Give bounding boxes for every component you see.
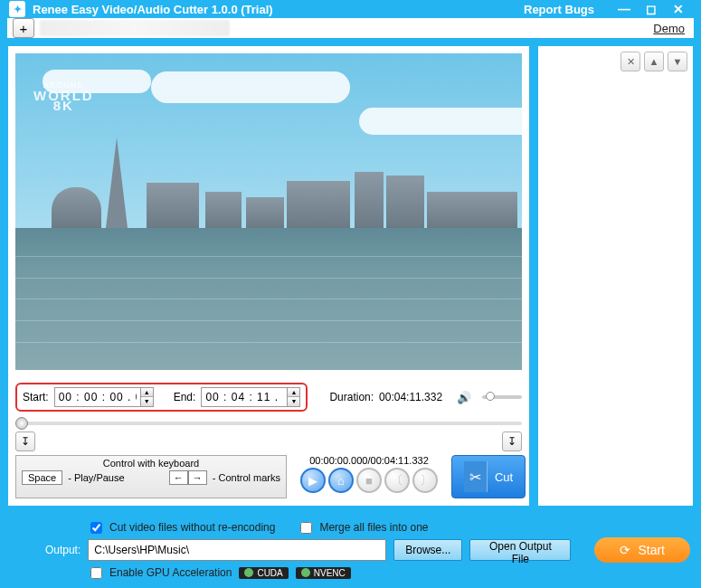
footer: Cut video files without re-encoding Merg… (0, 514, 701, 588)
file-path-blurred (40, 20, 230, 36)
reencode-checkbox[interactable] (90, 522, 102, 534)
output-label: Output: (11, 544, 81, 556)
cuda-badge: CUDA (239, 567, 288, 579)
left-key: ← (169, 470, 188, 485)
time-row: Start: ▲▼ End: ▲▼ Duration: 00:04:11.332… (15, 383, 522, 412)
duration-value: 00:04:11.332 (379, 391, 442, 403)
space-key: Space (22, 470, 62, 485)
play-button[interactable]: ▶ (300, 468, 326, 493)
main-body: AROUND WORLD 8K Start: ▲▼ End: ▲▼ (0, 38, 701, 514)
gpu-checkbox[interactable] (90, 567, 102, 579)
maximize-button[interactable]: ◻ (638, 2, 665, 16)
start-end-highlight: Start: ▲▼ End: ▲▼ (15, 383, 308, 412)
report-bugs-link[interactable]: Report Bugs (524, 3, 594, 16)
volume-icon[interactable]: 🔊 (457, 391, 471, 404)
playback-position: 00:00:00.000/00:04:11.332 (309, 455, 429, 466)
segment-up-button[interactable]: ▲ (644, 52, 664, 71)
stop-button[interactable]: ■ (356, 468, 382, 493)
refresh-icon: ⟳ (620, 543, 630, 557)
open-output-button[interactable]: Open Output File (469, 539, 571, 561)
reencode-label: Cut video files without re-encoding (109, 521, 275, 534)
titlebar: ✦ Renee Easy Video/Audio Cutter 1.0.0 (T… (0, 0, 701, 18)
start-time-input[interactable] (55, 391, 140, 403)
close-button[interactable]: ✕ (665, 2, 692, 16)
app-window: ✦ Renee Easy Video/Audio Cutter 1.0.0 (T… (0, 0, 701, 588)
end-time-input[interactable] (202, 391, 287, 403)
start-label: Start (638, 543, 665, 557)
volume-slider[interactable] (482, 395, 522, 399)
demo-link[interactable]: Demo (653, 22, 685, 35)
video-preview[interactable]: AROUND WORLD 8K (15, 53, 522, 370)
end-time-spinner[interactable]: ▲▼ (201, 387, 300, 407)
mark-out-button[interactable]: ↧ (502, 432, 522, 451)
browse-button[interactable]: Browse... (393, 539, 462, 561)
seek-bar[interactable] (15, 417, 522, 430)
merge-label: Merge all files into one (319, 521, 428, 534)
start-label: Start: (23, 391, 49, 403)
minimize-button[interactable]: ― (611, 2, 638, 16)
segment-down-button[interactable]: ▼ (668, 52, 687, 71)
gpu-label: Enable GPU Acceleration (109, 566, 232, 579)
duration-label: Duration: (329, 391, 374, 403)
end-up-button[interactable]: ▲ (288, 388, 299, 397)
start-time-spinner[interactable]: ▲▼ (54, 387, 154, 407)
start-button[interactable]: ⟳ Start (594, 537, 690, 563)
arrows-desc: - Control marks (213, 472, 280, 483)
toolbar: + Demo (7, 18, 694, 38)
end-down-button[interactable]: ▼ (288, 397, 299, 406)
start-down-button[interactable]: ▼ (141, 397, 153, 406)
playback-panel: 00:00:00.000/00:04:11.332 ▶ ⌂ ■ 〔 〕 (292, 455, 446, 498)
add-file-button[interactable]: + (13, 18, 34, 38)
home-button[interactable]: ⌂ (328, 468, 354, 493)
keyboard-panel: Control with keyboard Space - Play/Pause… (15, 455, 287, 498)
window-title: Renee Easy Video/Audio Cutter 1.0.0 (Tri… (33, 3, 273, 16)
output-path-input[interactable] (88, 539, 386, 561)
mark-in-button[interactable]: ↧ (15, 432, 35, 451)
control-row: Control with keyboard Space - Play/Pause… (15, 455, 522, 498)
nvenc-badge: NVENC (296, 567, 351, 579)
cut-button[interactable]: ✂ Cut (451, 455, 526, 498)
video-watermark: AROUND WORLD 8K (33, 81, 94, 110)
seek-thumb[interactable] (15, 417, 28, 430)
start-up-button[interactable]: ▲ (141, 388, 153, 397)
merge-checkbox[interactable] (300, 522, 312, 534)
app-logo-icon: ✦ (9, 1, 25, 17)
end-label: End: (174, 391, 196, 403)
keyboard-title: Control with keyboard (103, 458, 199, 469)
space-desc: - Play/Pause (68, 472, 124, 483)
cut-label: Cut (495, 470, 513, 484)
scissors-icon: ✂ (464, 461, 488, 492)
mark-in-round-button[interactable]: 〔 (384, 468, 410, 493)
segment-remove-button[interactable]: ✕ (620, 52, 640, 71)
mark-out-round-button[interactable]: 〕 (412, 468, 438, 493)
right-pane: ✕ ▲ ▼ (537, 45, 694, 507)
right-key: → (188, 470, 207, 485)
left-pane: AROUND WORLD 8K Start: ▲▼ End: ▲▼ (7, 45, 530, 507)
